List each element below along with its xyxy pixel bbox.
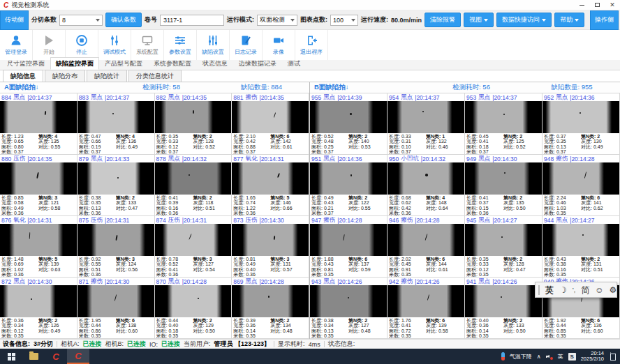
defect-cell[interactable]: 879 黑点 |20:14:33 长度: 0.38 宽度: 0.35 面积: 0… — [78, 155, 155, 216]
defect-image[interactable] — [542, 224, 619, 256]
defect-image[interactable] — [465, 224, 542, 256]
chart-points-select[interactable]: 100 — [330, 15, 358, 26]
defect-image[interactable] — [465, 101, 542, 133]
defect-cell[interactable]: 871 擦伤 |20:14:30 长度: 1.95 宽度: 0.44 面积: 0… — [78, 278, 155, 339]
defect-cell[interactable]: 946 擦伤 |20:14:28 长度: 2.02 宽度: 0.45 面积: 0… — [388, 216, 465, 278]
ime-simplified-toggle[interactable]: 简 — [581, 285, 589, 295]
operate-side-button[interactable]: 操作侧 — [590, 10, 619, 30]
defect-cell[interactable]: 875 压伤 |20:14:31 长度: 0.92 宽度: 0.55 面积: 0… — [78, 216, 155, 278]
subtab-defect-info[interactable]: 缺陷信息 — [3, 70, 43, 82]
tab-defect-monitor[interactable]: 缺陷监控界面 — [50, 57, 99, 70]
system-config-button[interactable]: 系统配置 — [131, 30, 164, 60]
defect-cell[interactable]: 942 擦伤 |20:14:26 长度: 1.76 宽度: 0.41 面积: 0… — [388, 278, 465, 339]
defect-image[interactable] — [232, 285, 309, 317]
defect-cell[interactable]: 873 压伤 |20:14:30 长度: 0.81 宽度: 0.49 面积: 0… — [232, 216, 309, 278]
defect-image[interactable] — [0, 101, 77, 133]
defect-image[interactable] — [465, 285, 542, 317]
drive-side-button[interactable]: 传动侧 — [0, 10, 29, 30]
defect-image[interactable] — [0, 285, 77, 317]
admin-login-button[interactable]: 管理登录 — [0, 30, 33, 60]
defect-cell[interactable]: 944 黑点 |20:14:27 长度: 0.43 宽度: 0.38 面积: 0… — [542, 216, 620, 278]
defect-cell[interactable]: 876 氧化 |20:14:31 长度: 1.48 宽度: 0.69 面积: 1… — [0, 216, 78, 278]
defect-image[interactable] — [155, 285, 232, 317]
defect-image[interactable] — [0, 162, 77, 195]
action-center-button[interactable] — [610, 352, 617, 361]
defect-image[interactable] — [232, 101, 309, 133]
defect-image[interactable] — [78, 285, 154, 317]
maximize-button[interactable] — [589, 0, 605, 10]
defect-image[interactable] — [388, 285, 464, 317]
defect-cell[interactable]: 952 黑点 |20:14:36 长度: 0.37 宽度: 0.35 面积: 0… — [542, 93, 620, 155]
defect-cell[interactable]: 880 压伤 |20:14:35 长度: 0.85 宽度: 0.58 面积: 0… — [0, 155, 78, 216]
defect-image[interactable] — [0, 224, 77, 256]
defect-cell[interactable]: 955 黑点 |20:14:39 长度: 0.52 宽度: 0.48 面积: 0… — [310, 93, 388, 155]
defect-cell[interactable]: 954 黑点 |20:14:37 长度: 0.33 宽度: 0.31 面积: 0… — [388, 93, 465, 155]
gear-icon[interactable]: ⚙ — [610, 285, 617, 295]
defect-cell[interactable]: 883 黑点 |20:14:37 长度: 0.47 宽度: 0.66 面积: 0… — [78, 93, 155, 155]
speaker-icon[interactable] — [546, 354, 553, 360]
defect-cell[interactable]: 941 黑点 |20:14:26 长度: 0.40 宽度: 0.36 面积: 0… — [465, 278, 542, 339]
language-indicator[interactable]: 英 — [558, 353, 563, 361]
ime-english-toggle[interactable]: 英 — [545, 285, 554, 295]
tab-product-model-config[interactable]: 产品型号配置 — [99, 57, 148, 70]
defect-image[interactable] — [542, 162, 619, 195]
view-menu-button[interactable]: 视图 — [464, 13, 494, 27]
defect-cell[interactable]: 947 擦伤 |20:14:28 长度: 1.88 宽度: 0.43 面积: 0… — [310, 216, 388, 278]
defect-image[interactable] — [155, 101, 232, 133]
defect-cell[interactable]: 951 黑点 |20:14:36 长度: 0.49 宽度: 0.43 面积: 0… — [310, 155, 388, 216]
defect-cell[interactable]: 870 黑点 |20:14:28 长度: 0.44 宽度: 0.40 面积: 0… — [155, 278, 232, 339]
defect-cell[interactable]: 945 黑点 |20:14:27 长度: 0.35 宽度: 0.33 面积: 0… — [465, 216, 542, 278]
defect-image[interactable] — [78, 162, 154, 195]
start-button[interactable] — [0, 349, 22, 364]
defect-cell[interactable]: 949 黑点 |20:14:30 长度: 0.41 宽度: 0.37 面积: 0… — [465, 155, 542, 216]
defect-cell[interactable]: 884 黑点 |20:14:37 长度: 1.23 宽度: 0.65 面积: 0… — [0, 93, 78, 155]
tab-test[interactable]: 测试 — [282, 57, 306, 70]
debug-mode-button[interactable]: 调试模式 — [98, 30, 131, 60]
defect-image[interactable] — [310, 101, 387, 133]
defect-cell[interactable]: 869 黑点 |20:14:28 长度: 0.39 宽度: 0.36 面积: 0… — [232, 278, 309, 339]
confirm-count-button[interactable]: 确认条数 — [105, 13, 142, 27]
defect-cell[interactable]: 877 氧化 |20:14:31 长度: 1.65 宽度: 0.74 面积: 1… — [232, 155, 309, 216]
defect-image[interactable] — [78, 101, 154, 133]
minimize-button[interactable] — [574, 0, 589, 10]
emoji-icon[interactable]: ☺ — [595, 285, 603, 295]
weather-text[interactable]: 气温下降 — [510, 353, 532, 361]
taskbar-clock[interactable]: 20:14 2025/2/10 — [581, 351, 604, 363]
ime-toolbar[interactable]: 英 ☽ ’, 简 ☺ ⚙ — [535, 282, 617, 298]
defect-cell[interactable]: 948 擦伤 |20:14:28 长度: 2.24 宽度: 0.46 面积: 1… — [542, 155, 620, 216]
tab-system-param-config[interactable]: 系统参数配置 — [148, 57, 197, 70]
defect-image[interactable] — [310, 224, 387, 256]
chevron-up-icon[interactable]: ∧ — [537, 354, 541, 360]
subtab-class-info-statistics[interactable]: 分类信息统计 — [128, 70, 182, 82]
defect-cell[interactable]: 874 压伤 |20:14:31 长度: 0.78 宽度: 0.52 面积: 0… — [155, 216, 232, 278]
defect-image[interactable] — [310, 285, 387, 317]
app-shortcut-2-active[interactable]: C — [67, 349, 89, 364]
slit-count-select[interactable]: 8 — [59, 15, 103, 26]
start-button[interactable]: 开始 — [33, 30, 66, 60]
defect-cell[interactable]: 950 小凹坑 |20:14:32 长度: 0.68 宽度: 0.62 面积: … — [388, 155, 465, 216]
defect-cell[interactable]: 943 黑点 |20:14:26 长度: 0.38 宽度: 0.34 面积: 0… — [310, 278, 388, 339]
ime-tray-icon[interactable]: S — [568, 353, 576, 361]
param-settings-button[interactable]: 参数设置 — [164, 30, 197, 60]
defect-cell[interactable]: 872 黑点 |20:14:30 长度: 0.36 宽度: 0.34 面积: 0… — [0, 278, 78, 339]
defect-image[interactable] — [232, 224, 309, 256]
help-menu-button[interactable]: 帮助 — [554, 13, 584, 27]
defect-image[interactable] — [310, 162, 387, 195]
tab-size-monitor[interactable]: 尺寸监控界面 — [1, 57, 50, 70]
app-shortcut-1[interactable]: C — [45, 349, 67, 364]
stop-button[interactable]: 停止 — [66, 30, 98, 60]
subtab-defect-distribution[interactable]: 缺陷分布 — [45, 70, 85, 82]
exit-program-button[interactable]: 退出程序 — [295, 30, 328, 60]
close-button[interactable]: ✕ — [605, 0, 620, 10]
defect-cell[interactable]: 953 黑点 |20:14:37 长度: 0.45 宽度: 0.41 面积: 0… — [465, 93, 542, 155]
roll-number-input[interactable]: 3117-1 — [160, 15, 224, 26]
clear-alarm-button[interactable]: 清除报警 — [425, 13, 461, 27]
data-quick-access-button[interactable]: 数据快捷访问 — [496, 13, 552, 27]
file-explorer-button[interactable] — [22, 349, 45, 364]
defect-image[interactable] — [388, 162, 464, 195]
defect-image[interactable] — [155, 162, 232, 195]
defect-image[interactable] — [78, 224, 154, 256]
defect-cell[interactable]: 882 黑点 |20:14:35 长度: 0.35 宽度: 0.33 面积: 0… — [155, 93, 232, 155]
defect-settings-button[interactable]: 缺陷设置 — [197, 30, 230, 60]
ime-drag-handle[interactable] — [538, 285, 540, 295]
